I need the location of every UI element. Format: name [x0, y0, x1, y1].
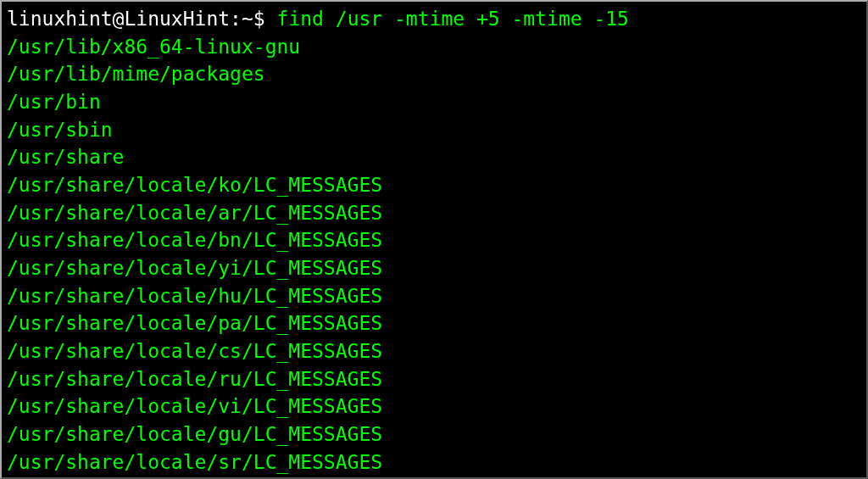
output-line: /usr/share/locale/sr/LC_MESSAGES [7, 448, 861, 476]
output-line: /usr/share/locale/bn/LC_MESSAGES [7, 226, 861, 254]
output-line: /usr/share [7, 143, 861, 171]
output-line: /usr/share/locale/gu/LC_MESSAGES [7, 421, 861, 448]
prompt-path: ~ [242, 8, 253, 30]
prompt-separator: : [230, 8, 242, 30]
output-line: /usr/share/locale/ru/LC_MESSAGES [7, 365, 861, 393]
prompt-user-host: linuxhint@LinuxHint [7, 8, 230, 30]
prompt-symbol: $ [253, 8, 265, 30]
output-line: /usr/share/locale/yi/LC_MESSAGES [7, 254, 861, 282]
prompt-space [265, 8, 277, 30]
output-line: /usr/share/locale/cs/LC_MESSAGES [7, 337, 861, 365]
command-line[interactable]: linuxhint@LinuxHint:~$ find /usr -mtime … [7, 5, 861, 33]
output-line: /usr/share/locale/vi/LC_MESSAGES [7, 393, 861, 421]
output-line: /usr/share/locale/ar/LC_MESSAGES [7, 199, 861, 227]
output-line: /usr/share/locale/hu/LC_MESSAGES [7, 282, 861, 310]
output-line: /usr/lib/mime/packages [7, 60, 861, 88]
output-line: /usr/share/locale/ko/LC_MESSAGES [7, 171, 861, 199]
command-text: find /usr -mtime +5 -mtime -15 [277, 8, 629, 30]
output-line: /usr/share/locale/pa/LC_MESSAGES [7, 309, 861, 337]
output-line: /usr/bin [7, 88, 861, 116]
output-line: /usr/lib/x86_64-linux-gnu [7, 33, 861, 61]
output-line: /usr/sbin [7, 116, 861, 144]
